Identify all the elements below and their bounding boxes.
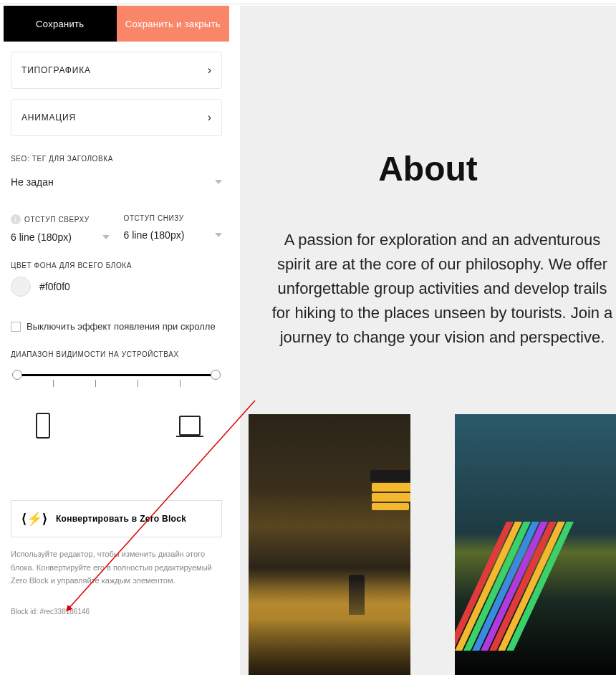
visibility-label: ДИАПАЗОН ВИДИМОСТИ НА УСТРОЙСТВАХ: [11, 350, 222, 358]
accordion-label: ТИПОГРАФИКА: [21, 65, 91, 75]
device-icons: [32, 410, 201, 441]
page-title: About: [240, 149, 616, 188]
slider-handle-min[interactable]: [12, 370, 22, 380]
page-paragraph: A passion for exploration and an adventu…: [269, 228, 616, 350]
animation-accordion[interactable]: АНИМАЦИЯ ›: [11, 99, 222, 136]
select-value: 6 line (180px): [124, 229, 185, 241]
block-id-text: Block id: #rec338186146: [11, 608, 222, 616]
top-divider: [0, 4, 616, 4]
padding-top-col: i ОТСТУП СВЕРХУ 6 line (180px): [11, 214, 110, 243]
page-preview: About A passion for exploration and an a…: [240, 6, 616, 675]
checkbox-label: Выключить эффект появления при скролле: [27, 321, 216, 332]
padding-bottom-col: ОТСТУП СНИЗУ 6 line (180px): [124, 214, 223, 243]
convert-zero-block-button[interactable]: ⟨⚡⟩ Конвертировать в Zero Block: [11, 500, 222, 537]
seo-label: SEO: ТЕГ ДЛЯ ЗАГОЛОВКА: [11, 155, 222, 163]
select-value: Не задан: [11, 176, 54, 188]
convert-icon: ⟨⚡⟩: [21, 511, 47, 527]
tabs: Сохранить Сохранить и закрыть: [4, 6, 229, 42]
accordion-label: АНИМАЦИЯ: [21, 112, 76, 123]
color-swatch[interactable]: [11, 277, 31, 297]
slider-tick: [53, 380, 54, 387]
chevron-right-icon: ›: [208, 64, 211, 77]
visibility-slider[interactable]: [11, 370, 222, 393]
save-button[interactable]: Сохранить: [4, 6, 117, 42]
image-gallery: [249, 414, 616, 675]
padding-bottom-label: ОТСТУП СНИЗУ: [124, 214, 223, 222]
panel-body: ТИПОГРАФИКА › АНИМАЦИЯ › SEO: ТЕГ ДЛЯ ЗА…: [4, 42, 229, 616]
gallery-image-2: [455, 414, 617, 675]
padding-bottom-select[interactable]: 6 line (180px): [124, 229, 223, 241]
typography-accordion[interactable]: ТИПОГРАФИКА ›: [11, 52, 222, 89]
color-hex[interactable]: #f0f0f0: [39, 281, 70, 292]
padding-row: i ОТСТУП СВЕРХУ 6 line (180px) ОТСТУП СН…: [11, 214, 222, 243]
caret-down-icon: [215, 233, 222, 237]
select-value: 6 line (180px): [11, 231, 72, 243]
info-icon: i: [11, 214, 21, 224]
phone-icon: [32, 410, 54, 441]
scroll-effect-row: Выключить эффект появления при скролле: [11, 321, 222, 332]
label-text: ОТСТУП СНИЗУ: [124, 214, 184, 222]
slider-tick: [138, 380, 138, 387]
laptop-icon: [179, 410, 201, 441]
slider-handle-max[interactable]: [211, 370, 221, 380]
slider-tick: [95, 380, 96, 387]
settings-panel: Сохранить Сохранить и закрыть ТИПОГРАФИК…: [4, 6, 229, 675]
slider-track: [16, 374, 216, 376]
seo-tag-select[interactable]: Не задан: [11, 170, 222, 194]
caret-down-icon: [102, 235, 110, 239]
convert-label: Конвертировать в Zero Block: [56, 514, 186, 524]
label-text: ОТСТУП СВЕРХУ: [24, 216, 90, 224]
caret-down-icon: [215, 180, 222, 184]
bg-color-label: ЦВЕТ ФОНА ДЛЯ ВСЕГО БЛОКА: [11, 262, 222, 269]
slider-tick: [180, 380, 181, 387]
padding-top-label: i ОТСТУП СВЕРХУ: [11, 214, 110, 224]
gallery-image-1: [249, 414, 410, 675]
chevron-right-icon: ›: [208, 111, 211, 124]
scroll-effect-checkbox[interactable]: [11, 322, 21, 332]
bg-color-row: #f0f0f0: [11, 277, 222, 297]
padding-top-select[interactable]: 6 line (180px): [11, 231, 110, 243]
save-close-button[interactable]: Сохранить и закрыть: [117, 6, 230, 42]
help-text: Используйте редактор, чтобы изменить диз…: [11, 547, 222, 588]
